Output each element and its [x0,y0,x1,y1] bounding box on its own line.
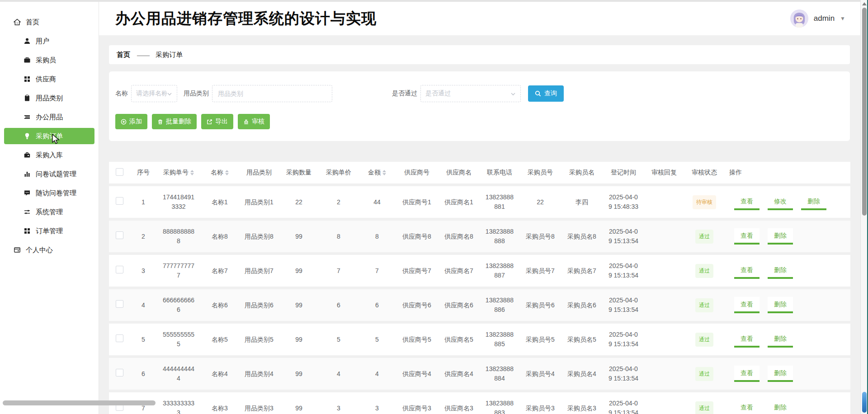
sidebar-item-用户[interactable]: 用户 [4,33,94,49]
horizontal-scrollbar-thumb[interactable] [3,400,156,405]
cell-buyer-name: 采购员名7 [561,255,603,287]
sidebar-item-个人中心[interactable]: 个人中心 [4,242,94,258]
cell-status: 待审核 [684,186,725,218]
cell-buyer-name: 采购员名8 [561,221,603,252]
chevron-down-icon [510,91,516,96]
sidebar-item-系统管理[interactable]: 系统管理 [4,204,94,220]
cell-name: 名称8 [200,221,239,252]
scrollbar-bottom-thumb[interactable] [862,392,867,413]
status-badge: 通过 [695,230,713,244]
sidebar-item-采购员[interactable]: 采购员 [4,52,94,68]
chat-icon [23,189,31,197]
cell-name: 名称7 [200,255,239,287]
sidebar-item-采购订单[interactable]: 采购订单 [4,128,94,144]
cell-price: 5 [319,324,359,355]
sort-carets[interactable] [382,170,386,175]
cell-category: 用品类别5 [239,324,279,355]
header-name[interactable]: 名称 [200,162,239,183]
view-button[interactable]: 查看 [734,297,760,313]
pass-select[interactable]: 是否通过 [420,85,521,102]
header-index: 序号 [130,162,157,183]
cell-amount: 7 [359,255,396,287]
delete-button[interactable]: 删除 [768,263,793,279]
delete-button[interactable]: 删除 [768,228,793,245]
view-button[interactable]: 查看 [734,263,760,279]
sliders-icon [23,208,31,216]
view-button[interactable]: 查看 [734,194,760,210]
cell-supplier-name: 供应商名4 [438,358,480,390]
cell-supplier-no: 供应商号8 [396,221,438,252]
row-checkbox[interactable] [116,266,123,273]
delete-button[interactable]: 删除 [801,194,826,210]
row-checkbox[interactable] [116,300,123,308]
cell-price: 2 [319,186,359,218]
status-badge: 通过 [695,367,713,381]
header-reply: 审核回复 [644,162,684,183]
panel-icon [13,246,21,254]
cell-phone: 13823888883 [480,392,519,414]
batch-delete-button[interactable]: 批量删除 [152,114,197,129]
sidebar-item-采购入库[interactable]: 采购入库 [4,147,94,163]
edit-button[interactable]: 修改 [768,194,793,210]
row-checkbox[interactable] [116,369,123,376]
add-button[interactable]: 添加 [115,114,147,129]
row-checkbox[interactable] [116,231,123,239]
cell-reply [644,358,684,390]
view-button[interactable]: 查看 [734,366,760,382]
cell-order-no: 1744184913332 [157,186,200,218]
bulb-icon [23,132,31,140]
view-button[interactable]: 查看 [734,228,760,245]
sidebar-item-随访问卷管理[interactable]: 随访问卷管理 [4,185,94,201]
sidebar-item-label: 供应商 [36,75,56,84]
view-button[interactable]: 查看 [734,331,760,348]
select-all-checkbox[interactable] [116,168,123,176]
sidebar-item-问卷试题管理[interactable]: 问卷试题管理 [4,166,94,182]
user-menu[interactable]: admin ▼ [790,9,845,28]
table-header-row: 序号 采购单号 名称 用品类别 采购数量 采购单价 金额 供应商号 供应商名 联… [109,162,850,183]
name-select[interactable]: 请选择名称 [131,85,177,102]
filter-row: 名称 请选择名称 用品类别 是否通过 是否通过 [115,85,844,102]
category-input[interactable] [217,89,327,98]
scroll-up-arrow[interactable] [862,2,867,5]
export-button[interactable]: 导出 [201,114,233,129]
cell-qty: 99 [279,324,319,355]
header-amount[interactable]: 金额 [359,162,396,183]
sidebar-item-订单管理[interactable]: 订单管理 [4,223,94,239]
cell-supplier-no: 供应商号3 [396,392,438,414]
delete-button[interactable]: 删除 [768,331,793,348]
search-button[interactable]: 查询 [528,85,564,102]
cell-index: 2 [130,221,157,252]
cell-order-no: 6666666666 [157,289,200,321]
sidebar-item-首页[interactable]: 首页 [4,14,94,30]
briefcase-icon [23,56,31,64]
header-buyer-no: 采购员号 [519,162,561,183]
row-checkbox[interactable] [116,197,123,205]
删除-button[interactable]: 删除 [768,400,793,414]
cell-price: 4 [319,358,359,390]
view-button[interactable]: 查看 [734,400,760,414]
status-badge: 待审核 [693,195,716,209]
delete-button[interactable]: 删除 [768,366,793,382]
sidebar-item-label: 采购员 [36,56,56,65]
header-order-no[interactable]: 采购单号 [157,162,200,183]
header-checkbox-cell [109,162,130,183]
audit-button[interactable]: 审核 [238,114,270,129]
vertical-scrollbar-thumb[interactable] [862,8,867,216]
cell-status: 通过 [684,324,725,355]
sidebar-item-办公用品[interactable]: 办公用品 [4,109,94,125]
sort-carets[interactable] [225,170,229,175]
sidebar-item-供应商[interactable]: 供应商 [4,71,94,87]
cell-status: 通过 [684,358,725,390]
delete-button[interactable]: 删除 [768,297,793,313]
breadcrumb-home[interactable]: 首页 [117,51,130,59]
cell-reply [644,221,684,252]
row-checkbox[interactable] [116,334,123,342]
category-filter-label: 用品类别 [184,89,209,98]
cell-price: 6 [319,289,359,321]
cell-supplier-no: 供应商号6 [396,289,438,321]
cell-order-no: 3333333333 [157,392,200,414]
table-row: 64444444444名称4用品类别49944供应商号4供应商名41382388… [109,358,850,390]
sidebar-item-用品类别[interactable]: 用品类别 [4,90,94,106]
sort-carets[interactable] [190,170,194,175]
cell-checkbox [109,186,130,218]
